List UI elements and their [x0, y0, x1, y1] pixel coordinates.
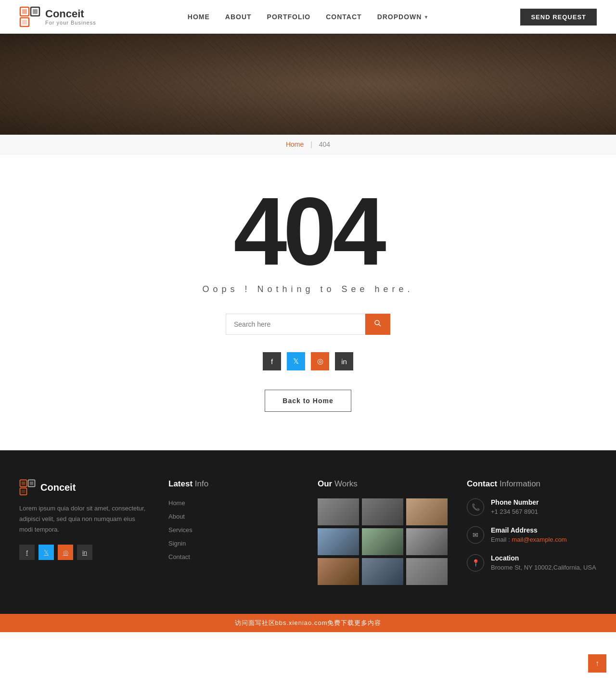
hero-banner: [0, 34, 616, 135]
main-content: 404 Oops ! Nothing to See here. f 𝕏 ◎ in…: [0, 154, 616, 450]
location-icon: 📍: [467, 554, 484, 572]
footer-contact-column: Contact Information 📞 Phone Number +1 23…: [467, 479, 597, 585]
footer-about-column: Conceit Lorem ipsum quia dolor sit amet,…: [19, 479, 149, 585]
logo-icon: [19, 6, 40, 27]
send-request-button[interactable]: SEND REQUEST: [520, 9, 597, 25]
footer-latest-info-column: Latest Info Home About Services Signin C…: [168, 479, 298, 585]
instagram-icon-link[interactable]: ◎: [311, 352, 329, 370]
footer-instagram-link[interactable]: ◎: [58, 545, 73, 560]
footer-link-services[interactable]: Services: [168, 526, 192, 534]
footer-logo: Conceit: [19, 479, 149, 496]
footer-linkedin-link[interactable]: in: [77, 545, 92, 560]
linkedin-icon-link[interactable]: in: [335, 352, 353, 370]
contact-location-item: 📍 Location Broome St, NY 10002,Californi…: [467, 554, 597, 572]
logo-text-block: Conceit For your Business: [45, 8, 96, 25]
works-grid: [318, 498, 448, 585]
back-to-home-button[interactable]: Back to Home: [265, 390, 351, 412]
footer-link-home[interactable]: Home: [168, 499, 185, 507]
navbar: Conceit For your Business HOME ABOUT POR…: [0, 0, 616, 34]
work-thumbnail[interactable]: [362, 558, 403, 585]
nav-item-portfolio[interactable]: PORTFOLIO: [267, 13, 311, 21]
nav-item-dropdown[interactable]: DROPDOWN ▼: [377, 13, 429, 21]
search-icon: [374, 319, 382, 327]
footer-social-icons: f 𝕏 ◎ in: [19, 545, 149, 560]
footer-twitter-link[interactable]: 𝕏: [38, 545, 54, 560]
location-value: Broome St, NY 10002,California, USA: [491, 564, 596, 571]
email-icon: ✉: [467, 526, 484, 544]
footer: Conceit Lorem ipsum quia dolor sit amet,…: [0, 450, 616, 614]
work-thumbnail[interactable]: [406, 558, 448, 585]
nav-item-contact[interactable]: CONTACT: [326, 13, 361, 21]
svg-rect-11: [30, 482, 34, 485]
nav-item-about[interactable]: ABOUT: [225, 13, 252, 21]
work-thumbnail[interactable]: [406, 528, 448, 555]
contact-location-detail: Location Broome St, NY 10002,California,…: [491, 554, 596, 571]
list-item[interactable]: Services: [168, 525, 298, 534]
list-item[interactable]: Signin: [168, 539, 298, 547]
search-input[interactable]: [226, 314, 365, 335]
nav-link-contact[interactable]: CONTACT: [326, 13, 361, 21]
svg-rect-5: [22, 20, 27, 25]
brand-name: Conceit: [45, 8, 96, 20]
footer-latest-links: Home About Services Signin Contact: [168, 498, 298, 561]
footer-our-works-title: Our Works: [318, 479, 448, 489]
work-thumbnail[interactable]: [406, 498, 448, 525]
svg-rect-9: [22, 482, 26, 485]
list-item[interactable]: Contact: [168, 552, 298, 561]
bottom-bar: 访问面写社区bbs.xieniao.com免费下载更多内容: [0, 614, 616, 632]
svg-rect-1: [22, 9, 27, 14]
work-thumbnail[interactable]: [362, 528, 403, 555]
footer-facebook-link[interactable]: f: [19, 545, 35, 560]
footer-logo-icon: [19, 479, 36, 496]
footer-grid: Conceit Lorem ipsum quia dolor sit amet,…: [19, 479, 597, 585]
phone-value: +1 234 567 8901: [491, 508, 539, 515]
twitter-icon-link[interactable]: 𝕏: [287, 352, 305, 370]
phone-icon: 📞: [467, 498, 484, 516]
social-icons-row: f 𝕏 ◎ in: [10, 352, 606, 370]
breadcrumb-current: 404: [319, 140, 330, 148]
work-thumbnail[interactable]: [362, 498, 403, 525]
brand-tagline: For your Business: [45, 20, 96, 25]
nav-link-portfolio[interactable]: PORTFOLIO: [267, 13, 311, 21]
oops-message: Oops ! Nothing to See here.: [10, 284, 606, 294]
footer-contact-title: Contact Information: [467, 479, 597, 489]
svg-rect-13: [22, 490, 26, 494]
breadcrumb: Home | 404: [0, 135, 616, 154]
email-value: Email : mail@example.com: [491, 536, 567, 543]
nav-link-about[interactable]: ABOUT: [225, 13, 252, 21]
contact-email-detail: Email Address Email : mail@example.com: [491, 526, 567, 543]
search-button[interactable]: [365, 314, 390, 335]
logo-area[interactable]: Conceit For your Business: [19, 6, 96, 27]
phone-label: Phone Number: [491, 498, 539, 506]
email-label: Email Address: [491, 526, 567, 534]
contact-phone-detail: Phone Number +1 234 567 8901: [491, 498, 539, 515]
svg-line-7: [379, 324, 381, 326]
nav-item-home[interactable]: HOME: [188, 13, 210, 21]
footer-brand-name: Conceit: [40, 482, 76, 493]
breadcrumb-separator: |: [310, 140, 312, 148]
work-thumbnail[interactable]: [318, 558, 359, 585]
footer-description: Lorem ipsum quia dolor sit amet, consect…: [19, 503, 149, 535]
breadcrumb-home-link[interactable]: Home: [286, 140, 304, 148]
work-thumbnail[interactable]: [318, 528, 359, 555]
list-item[interactable]: Home: [168, 498, 298, 507]
footer-link-signin[interactable]: Signin: [168, 540, 186, 547]
search-area: [10, 314, 606, 335]
footer-link-about[interactable]: About: [168, 513, 185, 520]
email-link[interactable]: mail@example.com: [512, 536, 566, 543]
list-item[interactable]: About: [168, 512, 298, 521]
location-label: Location: [491, 554, 596, 562]
work-thumbnail[interactable]: [318, 498, 359, 525]
svg-point-6: [375, 320, 379, 325]
error-code: 404: [10, 183, 606, 280]
nav-links: HOME ABOUT PORTFOLIO CONTACT DROPDOWN ▼: [188, 13, 429, 21]
nav-dropdown-toggle[interactable]: DROPDOWN ▼: [377, 13, 429, 21]
facebook-icon-link[interactable]: f: [263, 352, 281, 370]
bottom-bar-text: 访问面写社区bbs.xieniao.com免费下载更多内容: [235, 619, 382, 626]
footer-link-contact[interactable]: Contact: [168, 553, 190, 560]
contact-email-item: ✉ Email Address Email : mail@example.com: [467, 526, 597, 544]
nav-link-home[interactable]: HOME: [188, 13, 210, 21]
svg-rect-3: [33, 9, 38, 14]
contact-phone-item: 📞 Phone Number +1 234 567 8901: [467, 498, 597, 516]
chevron-down-icon: ▼: [424, 14, 429, 20]
